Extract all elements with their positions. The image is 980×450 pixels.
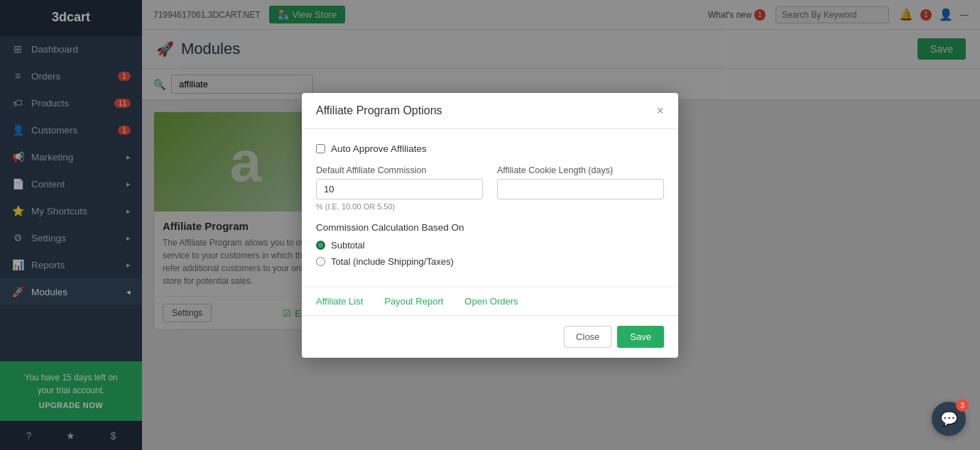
modal-links: Affiliate List Payout Report Open Orders <box>302 287 678 315</box>
close-button[interactable]: Close <box>564 326 611 348</box>
modal-body: Auto Approve Affiliates Default Affiliat… <box>302 129 678 287</box>
cookie-group: Affiliate Cookie Length (days) <box>497 165 664 211</box>
payout-report-link[interactable]: Payout Report <box>384 296 443 307</box>
affiliate-list-link[interactable]: Affiliate List <box>316 296 363 307</box>
cookie-input[interactable] <box>497 179 664 199</box>
radio-subtotal[interactable] <box>316 241 325 250</box>
modal-title: Affiliate Program Options <box>316 104 442 117</box>
modal-close-button[interactable]: × <box>656 104 664 117</box>
cookie-label: Affiliate Cookie Length (days) <box>497 165 664 175</box>
radio-subtotal-row: Subtotal <box>316 240 664 251</box>
commission-label: Default Affiliate Commission <box>316 165 483 175</box>
auto-approve-checkbox[interactable] <box>316 144 325 153</box>
commission-row: Default Affiliate Commission % (I.E. 10.… <box>316 165 664 211</box>
commission-based-label: Commission Calculation Based On <box>316 222 664 233</box>
radio-subtotal-label[interactable]: Subtotal <box>331 240 365 251</box>
commission-group: Default Affiliate Commission % (I.E. 10.… <box>316 165 483 211</box>
radio-total-label[interactable]: Total (include Shipping/Taxes) <box>331 256 454 267</box>
modal-header: Affiliate Program Options × <box>302 93 678 129</box>
open-orders-link[interactable]: Open Orders <box>464 296 518 307</box>
modal-footer: Close Save <box>302 315 678 358</box>
affiliate-options-modal: Affiliate Program Options × Auto Approve… <box>302 93 678 358</box>
commission-hint: % (I.E. 10.00 OR 5.50) <box>316 202 483 211</box>
commission-section: Commission Calculation Based On Subtotal… <box>316 222 664 267</box>
auto-approve-row: Auto Approve Affiliates <box>316 143 664 154</box>
modal-overlay[interactable]: Affiliate Program Options × Auto Approve… <box>0 0 980 450</box>
chat-bubble[interactable]: 💬 3 <box>932 402 966 436</box>
save-button[interactable]: Save <box>617 326 664 348</box>
auto-approve-label[interactable]: Auto Approve Affiliates <box>331 143 427 154</box>
chat-icon: 💬 <box>940 410 958 427</box>
chat-badge: 3 <box>956 399 969 412</box>
radio-total[interactable] <box>316 257 325 266</box>
radio-total-row: Total (include Shipping/Taxes) <box>316 256 664 267</box>
commission-input[interactable] <box>316 179 483 199</box>
